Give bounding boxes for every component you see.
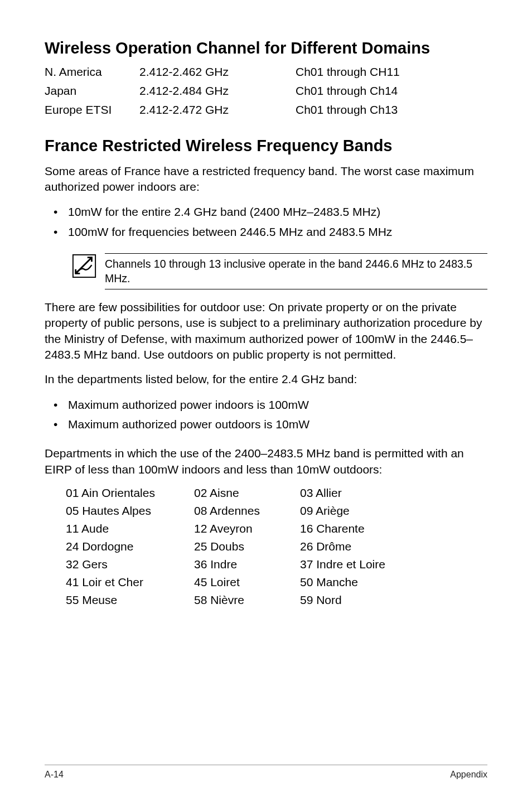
region-cell: Europe ETSI <box>45 103 139 117</box>
dept-use-paragraph: Departments in which the use of the 2400… <box>45 446 487 477</box>
dept-cell: 36 Indre <box>194 558 300 571</box>
dept-cell: 26 Drôme <box>300 540 487 553</box>
dept-cell: 41 Loir et Cher <box>66 576 194 589</box>
freq-cell: 2.412-2.472 GHz <box>139 103 296 117</box>
dept-cell: 37 Indre et Loire <box>300 558 487 571</box>
list-item: 100mW for frequencies between 2446.5 MHz… <box>45 224 487 240</box>
dept-cell: 12 Aveyron <box>194 522 300 535</box>
table-row: 55 Meuse 58 Nièvre 59 Nord <box>66 593 487 607</box>
note-icon <box>71 253 98 281</box>
dept-cell: 03 Allier <box>300 486 487 500</box>
outdoor-paragraph: There are few possibilities for outdoor … <box>45 299 487 363</box>
channel-cell: Ch01 through Ch14 <box>296 84 487 98</box>
table-row: 05 Hautes Alpes 08 Ardennes 09 Ariège <box>66 504 487 518</box>
table-row: 41 Loir et Cher 45 Loiret 50 Manche <box>66 576 487 589</box>
page-number: A-14 <box>45 770 64 780</box>
note-block: Channels 10 through 13 inclusive operate… <box>71 253 487 289</box>
dept-cell: 11 Aude <box>66 522 194 535</box>
table-row: 11 Aude 12 Aveyron 16 Charente <box>66 522 487 535</box>
dept-cell: 02 Aisne <box>194 486 300 500</box>
page-footer: A-14 Appendix <box>45 765 487 780</box>
region-cell: Japan <box>45 84 139 98</box>
intro-paragraph: Some areas of France have a restricted f… <box>45 163 487 195</box>
dept-cell: 58 Nièvre <box>194 593 300 607</box>
max-power-list: Maximum authorized power indoors is 100m… <box>45 397 487 436</box>
power-list: 10mW for the entire 2.4 GHz band (2400 M… <box>45 204 487 243</box>
channel-cell: Ch01 through CH11 <box>296 65 487 79</box>
heading-france-restricted: France Restricted Wireless Frequency Ban… <box>45 137 487 155</box>
dept-cell: 09 Ariège <box>300 504 487 518</box>
section-label: Appendix <box>450 770 487 780</box>
table-row: Europe ETSI 2.412-2.472 GHz Ch01 through… <box>45 103 487 117</box>
freq-cell: 2.412-2.462 GHz <box>139 65 296 79</box>
dept-cell: 01 Ain Orientales <box>66 486 194 500</box>
dept-intro-paragraph: In the departments listed below, for the… <box>45 371 487 387</box>
list-item: Maximum authorized power indoors is 100m… <box>45 397 487 413</box>
dept-cell: 32 Gers <box>66 558 194 571</box>
dept-cell: 55 Meuse <box>66 593 194 607</box>
departments-table: 01 Ain Orientales 02 Aisne 03 Allier 05 … <box>66 486 487 611</box>
dept-cell: 50 Manche <box>300 576 487 589</box>
note-text: Channels 10 through 13 inclusive operate… <box>105 253 487 289</box>
dept-cell: 16 Charente <box>300 522 487 535</box>
table-row: 32 Gers 36 Indre 37 Indre et Loire <box>66 558 487 571</box>
dept-cell: 08 Ardennes <box>194 504 300 518</box>
region-cell: N. America <box>45 65 139 79</box>
dept-cell: 25 Doubs <box>194 540 300 553</box>
table-row: N. America 2.412-2.462 GHz Ch01 through … <box>45 65 487 79</box>
dept-cell: 45 Loiret <box>194 576 300 589</box>
table-row: Japan 2.412-2.484 GHz Ch01 through Ch14 <box>45 84 487 98</box>
channel-cell: Ch01 through Ch13 <box>296 103 487 117</box>
table-row: 01 Ain Orientales 02 Aisne 03 Allier <box>66 486 487 500</box>
dept-cell: 59 Nord <box>300 593 487 607</box>
frequency-table: N. America 2.412-2.462 GHz Ch01 through … <box>45 65 487 122</box>
table-row: 24 Dordogne 25 Doubs 26 Drôme <box>66 540 487 553</box>
list-item: 10mW for the entire 2.4 GHz band (2400 M… <box>45 204 487 220</box>
freq-cell: 2.412-2.484 GHz <box>139 84 296 98</box>
dept-cell: 24 Dordogne <box>66 540 194 553</box>
list-item: Maximum authorized power outdoors is 10m… <box>45 416 487 432</box>
heading-wireless-channels: Wireless Operation Channel for Different… <box>45 39 487 57</box>
dept-cell: 05 Hautes Alpes <box>66 504 194 518</box>
